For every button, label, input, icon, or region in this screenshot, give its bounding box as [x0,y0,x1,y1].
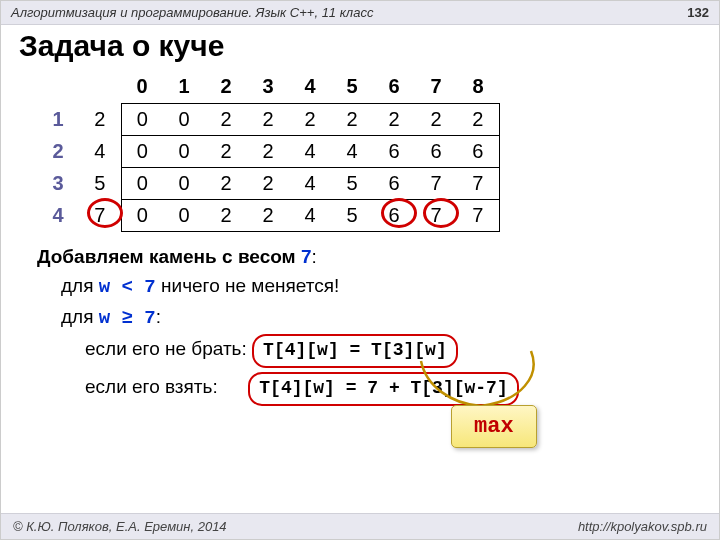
footer-url: http://kpolyakov.spb.ru [578,519,707,534]
text-line: для w ≥ 7: [37,302,695,333]
slide-header: Алгоритмизация и программирование. Язык … [1,1,719,25]
formula-not-take: T[4][w] = T[3][w] [252,334,458,368]
slide-footer: © К.Ю. Поляков, Е.А. Еремин, 2014 http:/… [1,513,719,539]
copyright: © К.Ю. Поляков, Е.А. Еремин, 2014 [13,519,227,534]
dp-table: 0 1 2 3 4 5 6 7 8 1 2 0 0 2 2 2 2 2 2 2 … [1,71,719,232]
max-callout: max [451,405,537,448]
text-line: Добавляем камень с весом 7: [37,242,695,271]
text-line: если его не брать: T[4][w] = T[3][w] [37,334,695,368]
table-header-row: 0 1 2 3 4 5 6 7 8 [37,71,499,103]
table-row: 4 7 0 0 2 2 4 5 6 7 7 [37,199,499,231]
page-title: Задача о куче [1,25,719,71]
table-row: 3 5 0 0 2 2 4 5 6 7 7 [37,167,499,199]
page-number: 132 [687,5,709,20]
formula-take: T[4][w] = 7 + T[3][w-7] [248,372,518,406]
explanation-text: Добавляем камень с весом 7: для w < 7 ни… [1,232,719,406]
text-line: если его взять: T[4][w] = 7 + T[3][w-7] [37,372,695,406]
table-row: 1 2 0 0 2 2 2 2 2 2 2 [37,103,499,135]
text-line: для w < 7 ничего не меняется! [37,271,695,302]
header-text: Алгоритмизация и программирование. Язык … [11,5,373,20]
table-row: 2 4 0 0 2 2 4 4 6 6 6 [37,135,499,167]
